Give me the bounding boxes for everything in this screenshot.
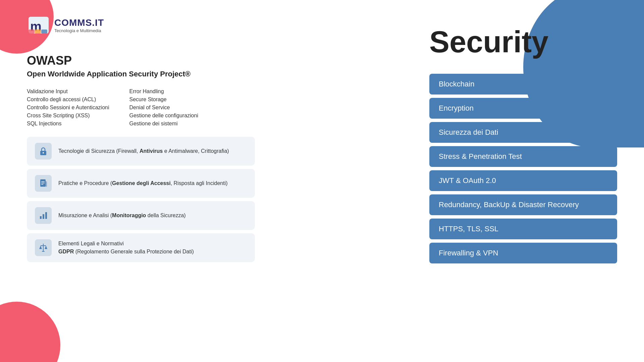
svg-rect-3 [35, 29, 41, 34]
owasp-list-item: SQL Injections [27, 121, 109, 127]
svg-rect-14 [45, 212, 47, 219]
owasp-list-item: Controllo Sessioni e Autenticazioni [27, 105, 109, 111]
security-title: Security [429, 27, 617, 57]
owasp-list-item: Validazione Input [27, 88, 109, 95]
feature-card-1: Tecnologie di Sicurezza (Firewall, Antiv… [27, 137, 255, 166]
logo-text-block: COMMS.IT Tecnologia e Multimedia [54, 17, 104, 33]
owasp-list-item: Controllo degli accessi (ACL) [27, 97, 109, 103]
svg-rect-13 [43, 214, 44, 219]
deco-circle-bottom-left [0, 302, 60, 362]
security-button-2[interactable]: Sicurezza dei Dati [429, 122, 617, 143]
feature-card-1-text: Tecnologie di Sicurezza (Firewall, Antiv… [58, 147, 229, 155]
feature-card-4: Elementi Legali e Normativi GDPR (Regola… [27, 233, 255, 262]
svg-rect-12 [40, 216, 42, 219]
svg-point-6 [43, 152, 44, 154]
owasp-list-item: Gestione dei sistemi [129, 121, 198, 127]
left-content: OWASP Open Worldwide Application Securit… [27, 54, 255, 262]
security-button-0[interactable]: Blockchain [429, 74, 617, 95]
security-buttons[interactable]: BlockchainEncryptionSicurezza dei DatiSt… [429, 74, 617, 263]
owasp-list-item: Secure Storage [129, 97, 198, 103]
document-icon [35, 175, 52, 192]
logo-subtitle: Tecnologia e Multimedia [54, 28, 104, 33]
feature-cards: Tecnologie di Sicurezza (Firewall, Antiv… [27, 137, 255, 262]
owasp-subtitle: Open Worldwide Application Security Proj… [27, 70, 255, 78]
owasp-list-item: Cross Site Scripting (XSS) [27, 113, 109, 119]
svg-rect-2 [29, 29, 35, 34]
security-button-1[interactable]: Encryption [429, 98, 617, 119]
owasp-list-item: Gestione delle configurazioni [129, 113, 198, 119]
owasp-title: OWASP [27, 54, 255, 68]
chart-icon [35, 207, 52, 224]
feature-card-2: Pratiche e Procedure (Gestione degli Acc… [27, 169, 255, 198]
feature-card-3: Misurazione e Analisi (Monitoraggio dell… [27, 201, 255, 230]
logo-icon: m [27, 13, 50, 37]
security-button-6[interactable]: HTTPS, TLS, SSL [429, 219, 617, 239]
feature-card-3-text: Misurazione e Analisi (Monitoraggio dell… [58, 212, 186, 220]
svg-rect-8 [46, 181, 47, 187]
owasp-list-item: Error Handling [129, 88, 198, 95]
owasp-list-right: Error HandlingSecure StorageDenial of Se… [129, 88, 198, 127]
svg-rect-4 [41, 29, 47, 34]
logo-area: m COMMS.IT Tecnologia e Multimedia [27, 13, 104, 37]
security-button-4[interactable]: JWT & OAuth 2.0 [429, 170, 617, 191]
owasp-list-item: Denial of Service [129, 105, 198, 111]
lock-icon [35, 143, 52, 160]
security-button-7[interactable]: Firewalling & VPN [429, 243, 617, 263]
owasp-lists: Validazione InputControllo degli accessi… [27, 88, 255, 127]
right-content: Security BlockchainEncryptionSicurezza d… [429, 27, 617, 263]
feature-card-4-text: Elementi Legali e Normativi GDPR (Regola… [58, 240, 194, 256]
logo-title: COMMS.IT [54, 17, 104, 28]
owasp-list-left: Validazione InputControllo degli accessi… [27, 88, 109, 127]
security-button-3[interactable]: Stress & Penetration Test [429, 146, 617, 167]
svg-rect-17 [42, 251, 45, 252]
security-button-5[interactable]: Redundancy, BackUp & Disaster Recovery [429, 194, 617, 215]
feature-card-2-text: Pratiche e Procedure (Gestione degli Acc… [58, 179, 228, 187]
legal-icon [35, 239, 52, 256]
